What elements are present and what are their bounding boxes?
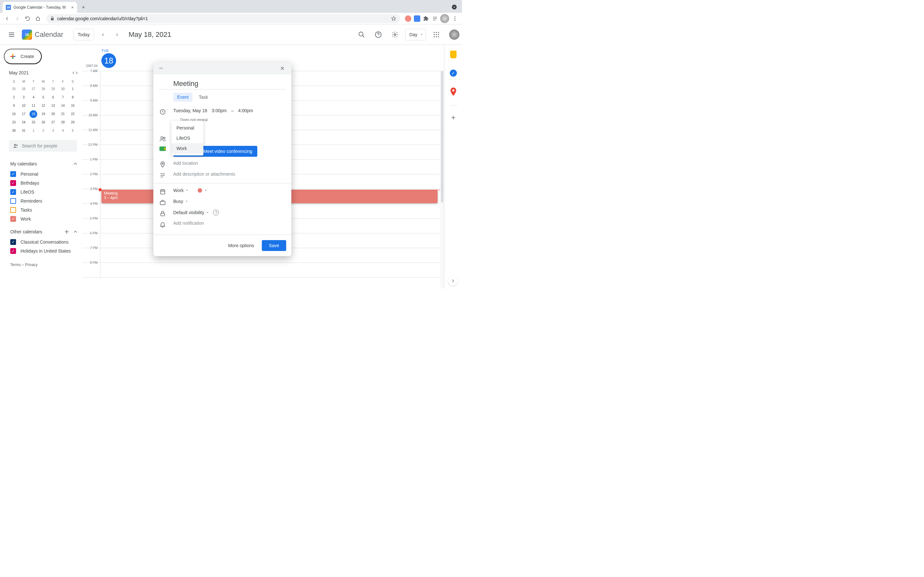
mini-cal-day[interactable]: 2 — [10, 93, 18, 101]
calendar-item[interactable]: Reminders — [10, 197, 78, 205]
task-tab[interactable]: Task — [195, 93, 212, 102]
day-number[interactable]: 18 — [102, 53, 116, 68]
visibility-select[interactable]: Default visibility — [173, 210, 204, 215]
privacy-link[interactable]: Privacy — [25, 263, 37, 267]
mini-cal-day[interactable]: 7 — [59, 93, 67, 101]
mini-cal-day[interactable]: 6 — [49, 93, 57, 101]
hour-row[interactable]: 8 PM — [82, 263, 444, 277]
calendar-item[interactable]: Holidays in United States — [10, 247, 78, 255]
dropdown-item[interactable]: LifeOS — [171, 133, 204, 143]
mini-cal-day[interactable]: 22 — [69, 110, 77, 118]
end-time[interactable]: 4:00pm — [238, 108, 253, 113]
extensions-button[interactable] — [422, 15, 430, 23]
calendar-item[interactable]: Classical Conversations — [10, 237, 78, 247]
close-tab-icon[interactable]: × — [71, 5, 74, 10]
mini-cal-day[interactable]: 5 — [69, 127, 77, 135]
reading-list-icon[interactable] — [431, 15, 439, 23]
mini-cal-day[interactable]: 29 — [69, 119, 77, 126]
browser-menu-icon[interactable] — [451, 14, 459, 23]
mini-cal-day[interactable]: 12 — [39, 102, 47, 110]
mini-cal-day[interactable]: 4 — [29, 93, 37, 101]
calendar-item[interactable]: Tasks — [10, 205, 78, 214]
account-avatar[interactable] — [449, 29, 459, 40]
mini-cal-day[interactable]: 29 — [49, 85, 57, 93]
hour-cell[interactable] — [100, 263, 444, 277]
forward-button[interactable] — [13, 14, 22, 23]
new-tab-button[interactable]: + — [79, 3, 88, 12]
mini-cal-day[interactable]: 16 — [10, 110, 18, 118]
terms-link[interactable]: Terms — [10, 263, 21, 267]
calendar-item[interactable]: LifeOS — [10, 187, 78, 197]
side-panel-toggle[interactable] — [448, 276, 458, 286]
mini-cal-day[interactable]: 21 — [59, 110, 67, 118]
search-people-input[interactable]: Search for people — [9, 140, 77, 152]
mini-cal-day[interactable]: 2 — [39, 127, 47, 135]
add-location-input[interactable]: Add location — [173, 161, 286, 166]
browser-account-icon[interactable] — [451, 3, 458, 11]
mini-cal-day[interactable]: 15 — [69, 102, 77, 110]
start-time[interactable]: 3:00pm — [212, 108, 227, 113]
mini-cal-day[interactable]: 4 — [59, 127, 67, 135]
create-button[interactable]: Create — [4, 49, 42, 64]
mini-cal-day[interactable]: 1 — [29, 127, 37, 135]
mini-cal-day[interactable]: 19 — [39, 110, 47, 118]
browser-tab[interactable]: 18 Google Calendar - Tuesday, M × — [3, 2, 77, 13]
keep-icon[interactable] — [447, 48, 460, 61]
mini-cal-day[interactable]: 28 — [59, 119, 67, 126]
calendar-checkbox[interactable] — [10, 180, 16, 186]
tasks-icon[interactable]: ✓ — [447, 67, 460, 79]
mini-cal-prev[interactable]: ‹ — [73, 69, 74, 76]
main-menu-button[interactable] — [5, 28, 18, 41]
calendar-item[interactable]: Work — [10, 214, 78, 223]
mini-cal-day[interactable]: 20 — [49, 110, 57, 118]
calendar-checkbox[interactable] — [10, 198, 16, 204]
mini-cal-day[interactable]: 28 — [39, 85, 47, 93]
mini-cal-day[interactable]: 17 — [20, 110, 27, 118]
help-button[interactable] — [372, 28, 384, 41]
mini-cal-next[interactable]: › — [76, 69, 78, 76]
mini-cal-day[interactable]: 25 — [29, 119, 37, 126]
settings-button[interactable] — [389, 28, 401, 41]
calendar-checkbox[interactable] — [10, 216, 16, 222]
close-popup-button[interactable] — [277, 63, 288, 73]
help-icon[interactable]: ? — [213, 210, 219, 215]
calendar-select[interactable]: Work — [173, 188, 184, 193]
chevron-up-icon[interactable] — [73, 229, 78, 235]
mini-cal-day[interactable]: 1 — [69, 85, 77, 93]
save-button[interactable]: Save — [262, 240, 286, 251]
drag-handle-icon[interactable]: ═ — [157, 65, 165, 71]
calendar-checkbox[interactable] — [10, 189, 16, 195]
add-addon-icon[interactable] — [447, 111, 460, 124]
extension-icon-2[interactable] — [413, 15, 421, 23]
add-description-input[interactable]: Add description or attachments — [173, 171, 286, 177]
event-tab[interactable]: Event — [173, 93, 192, 102]
mini-cal-day[interactable]: 25 — [10, 85, 18, 93]
mini-cal-day[interactable]: 30 — [10, 127, 18, 135]
mini-cal-day[interactable]: 23 — [10, 119, 18, 126]
mini-cal-day[interactable]: 26 — [20, 85, 27, 93]
dropdown-item[interactable]: Work — [171, 143, 204, 153]
mini-cal-day[interactable]: 27 — [29, 85, 37, 93]
scrollbar[interactable] — [440, 71, 444, 288]
mini-cal-day[interactable]: 31 — [20, 127, 27, 135]
more-options-button[interactable]: More options — [224, 240, 258, 251]
mini-cal-day[interactable]: 3 — [49, 127, 57, 135]
prev-period-button[interactable]: ‹ — [98, 29, 108, 40]
mini-cal-day[interactable]: 11 — [29, 102, 37, 110]
mini-cal-day[interactable]: 3 — [20, 93, 27, 101]
calendar-checkbox[interactable] — [10, 239, 16, 245]
calendar-checkbox[interactable] — [10, 248, 16, 254]
calendar-item[interactable]: Personal — [10, 169, 78, 179]
calendar-checkbox[interactable] — [10, 171, 16, 177]
browser-profile-avatar[interactable] — [440, 14, 449, 23]
address-bar[interactable]: calendar.google.com/calendar/u/0/r/day?p… — [46, 14, 401, 23]
mini-cal-day[interactable]: 30 — [59, 85, 67, 93]
mini-cal-day[interactable]: 24 — [20, 119, 27, 126]
mini-cal-day[interactable]: 26 — [39, 119, 47, 126]
mini-cal-day[interactable]: 8 — [69, 93, 77, 101]
extension-icon-1[interactable] — [404, 15, 412, 23]
dropdown-item[interactable]: Personal — [171, 123, 204, 133]
star-icon[interactable] — [391, 16, 397, 21]
next-period-button[interactable]: › — [112, 29, 122, 40]
search-button[interactable] — [355, 28, 368, 41]
